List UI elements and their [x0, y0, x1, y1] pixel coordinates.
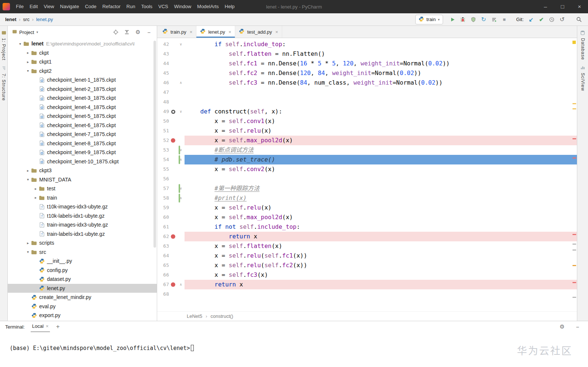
breakpoint-icon[interactable]	[169, 234, 177, 239]
tool-window-button-database[interactable]: Database	[580, 26, 585, 61]
tree-expand-arrow-icon[interactable]: ▸	[25, 60, 31, 64]
code-line-45[interactable]: 45 self.fc2 = nn.Dense(120, 84, weight_i…	[157, 68, 577, 78]
code-line-63[interactable]: 63 x = self.flatten(x)	[157, 241, 577, 251]
fold-marker-icon[interactable]: ∨	[177, 107, 185, 116]
code-text[interactable]: x = self.conv1(x)	[185, 116, 577, 126]
profiler-button[interactable]: ↻	[479, 15, 489, 24]
gutter[interactable]: 67∧	[157, 280, 185, 289]
tree-item-create-lenet-mindir-py[interactable]: create_lenet_mindir.py	[8, 293, 157, 302]
tree-item-checkpoint-lenet-4-1875-ckpt[interactable]: checkpoint_lenet-4_1875.ckpt	[8, 103, 157, 112]
gutter[interactable]: 54∧	[157, 155, 185, 164]
error-stripe-mark[interactable]	[572, 297, 576, 298]
error-stripe-mark[interactable]	[572, 234, 576, 235]
gutter[interactable]: 50	[157, 116, 185, 126]
tree-item-checkpoint-lenet-1-1875-ckpt[interactable]: checkpoint_lenet-1_1875.ckpt	[8, 75, 157, 85]
code-line-62[interactable]: 62 return x	[157, 232, 577, 241]
error-stripe-mark[interactable]	[572, 249, 576, 251]
tree-item-eval-py[interactable]: eval.py	[8, 302, 157, 311]
error-stripe-mark[interactable]	[572, 157, 576, 159]
code-line-49[interactable]: 49∨ def construct(self, x):	[157, 107, 577, 116]
code-text[interactable]	[185, 174, 577, 184]
gutter[interactable]: 45	[157, 68, 185, 78]
fold-marker-icon[interactable]: ∨	[177, 184, 185, 193]
fold-marker-icon[interactable]: ∧	[177, 78, 185, 88]
tree-item-ckpt3[interactable]: ▸ckpt3	[8, 166, 157, 175]
settings-button[interactable]: ⚙	[133, 27, 143, 37]
tree-item-checkpoint-lenet-3-1875-ckpt[interactable]: checkpoint_lenet-3_1875.ckpt	[8, 94, 157, 103]
breadcrumb-src[interactable]: src	[23, 17, 29, 22]
code-text[interactable]: #断点调试方法	[185, 145, 577, 155]
code-text[interactable]: x = self.relu(self.fc1(x))	[185, 251, 577, 261]
menu-code[interactable]: Code	[82, 0, 99, 13]
fold-marker-icon[interactable]: ∧	[177, 193, 185, 203]
gutter[interactable]: 43	[157, 49, 185, 59]
tree-item-train-images-idx3-ubyte-gz[interactable]: ?train-images-idx3-ubyte.gz	[8, 220, 157, 230]
services-button[interactable]	[489, 15, 499, 24]
tree-item-config-py[interactable]: config.py	[8, 266, 157, 275]
code-text[interactable]: return x	[185, 280, 577, 289]
gutter[interactable]: 59	[157, 203, 185, 213]
gutter[interactable]: 48	[157, 97, 185, 107]
code-line-65[interactable]: 65 x = self.relu(self.fc2(x))	[157, 261, 577, 270]
code-text[interactable]: # pdb.set_trace()	[185, 155, 577, 164]
tree-expand-arrow-icon[interactable]: ▾	[25, 69, 31, 73]
code-text[interactable]: x = self.flatten(x)	[185, 241, 577, 251]
tree-expand-arrow-icon[interactable]: ▸	[25, 241, 31, 245]
gutter[interactable]: 52	[157, 136, 185, 145]
history-button[interactable]	[547, 15, 557, 24]
tree-expand-arrow-icon[interactable]: ▾	[17, 42, 23, 46]
gutter[interactable]: 64	[157, 251, 185, 261]
gutter[interactable]: 42∨	[157, 40, 185, 49]
tree-expand-arrow-icon[interactable]: ▸	[25, 169, 31, 173]
breakpoint-icon[interactable]	[169, 138, 177, 143]
code-text[interactable]	[185, 289, 577, 299]
run-configuration-selector[interactable]: train ▾	[415, 15, 443, 24]
code-text[interactable]: return x	[185, 232, 577, 241]
tree-expand-arrow-icon[interactable]: ▸	[33, 187, 38, 191]
tool-window-button-sciview[interactable]: SciView	[580, 61, 585, 92]
breadcrumb-lenet-py[interactable]: lenet.py	[36, 17, 53, 22]
code-line-58[interactable]: 58∧ #print(x)	[157, 193, 577, 203]
locate-button[interactable]	[111, 27, 121, 37]
code-text[interactable]: self.flatten = nn.Flatten()	[185, 49, 577, 59]
menu-window[interactable]: Window	[171, 0, 194, 13]
menu-modelarts[interactable]: ModelArts	[194, 0, 222, 13]
tool-window-button-1-project[interactable]: 1: Project	[1, 26, 6, 61]
tree-item-checkpoint-lenet-6-1875-ckpt[interactable]: checkpoint_lenet-6_1875.ckpt	[8, 121, 157, 130]
gutter[interactable]: 62	[157, 232, 185, 241]
tree-expand-arrow-icon[interactable]: ▾	[25, 250, 31, 254]
gutter[interactable]: 46∧	[157, 78, 185, 88]
breadcrumb-lenet[interactable]: lenet	[5, 17, 16, 22]
error-stripe-mark[interactable]	[572, 265, 576, 266]
tab-test-add-py[interactable]: test_add.py×	[235, 26, 282, 38]
gutter[interactable]: 66	[157, 270, 185, 280]
tree-item-train[interactable]: ▸train	[8, 193, 157, 203]
gutter[interactable]: 47	[157, 88, 185, 97]
tree-item-checkpoint-lenet-2-1875-ckpt[interactable]: checkpoint_lenet-2_1875.ckpt	[8, 85, 157, 94]
code-line-46[interactable]: 46∧ self.fc3 = nn.Dense(84, num_class, w…	[157, 78, 577, 88]
code-line-53[interactable]: 53∨ #断点调试方法	[157, 145, 577, 155]
code-line-47[interactable]: 47	[157, 88, 577, 97]
code-text[interactable]: self.fc1 = nn.Dense(16 * 5 * 5, 120, wei…	[185, 59, 577, 68]
code-text[interactable]: x = self.max_pool2d(x)	[185, 136, 577, 145]
error-stripe[interactable]	[572, 38, 577, 311]
tree-item-t10k-labels-idx1-ubyte-gz[interactable]: ?t10k-labels-idx1-ubyte.gz	[8, 211, 157, 221]
code-line-48[interactable]: 48	[157, 97, 577, 107]
menu-run[interactable]: Run	[124, 0, 138, 13]
tree-item-checkpoint-lenet-10-1875-ckpt[interactable]: checkpoint_lenet-10_1875.ckpt	[8, 157, 157, 166]
code-line-42[interactable]: 42∨ if self.include_top:	[157, 40, 577, 49]
debug-button[interactable]	[458, 15, 468, 24]
code-text[interactable]: x = self.relu(x)	[185, 126, 577, 136]
code-text[interactable]: def construct(self, x):	[185, 107, 577, 116]
code-line-61[interactable]: 61 if not self.include_top:	[157, 222, 577, 232]
menu-edit[interactable]: Edit	[27, 0, 41, 13]
tree-item-checkpoint-lenet-5-1875-ckpt[interactable]: checkpoint_lenet-5_1875.ckpt	[8, 112, 157, 121]
code-text[interactable]: x = self.relu(self.fc2(x))	[185, 261, 577, 270]
fold-marker-icon[interactable]: ∧	[177, 155, 185, 164]
git-update-button[interactable]: ↙	[526, 15, 536, 24]
code-line-44[interactable]: 44 self.fc1 = nn.Dense(16 * 5 * 5, 120, …	[157, 59, 577, 68]
tree-item-lenet-py[interactable]: lenet.py	[8, 284, 157, 293]
tab-train-py[interactable]: train.py×	[159, 26, 196, 38]
tree-item-ckpt[interactable]: ▸ckpt	[8, 48, 157, 58]
code-line-68[interactable]: 68	[157, 289, 577, 299]
